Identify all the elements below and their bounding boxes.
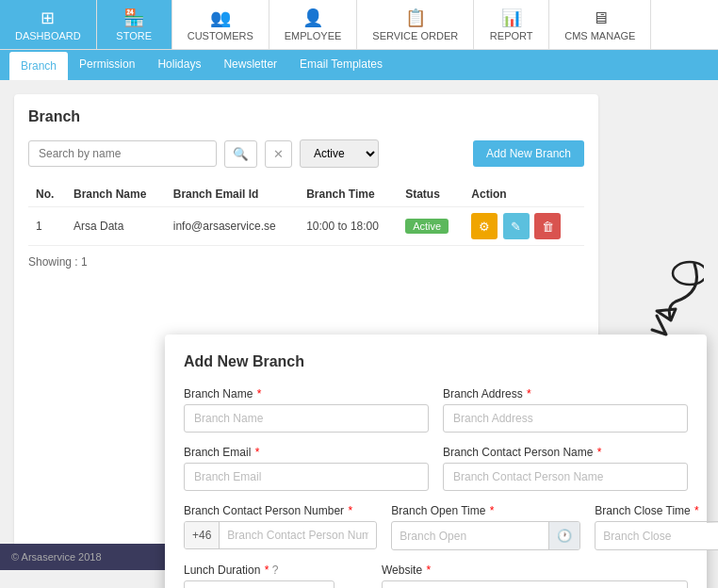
required-star-3: * xyxy=(255,446,260,459)
form-group-open-time: Branch Open Time * 🕐 xyxy=(391,504,580,550)
service-order-icon: 📋 xyxy=(405,8,426,28)
copyright-bar: © Arsaservice 2018 xyxy=(0,544,165,570)
required-star: * xyxy=(257,387,262,400)
nav-item-employee[interactable]: 👤 EMPLOYEE xyxy=(269,0,358,49)
input-close-time[interactable] xyxy=(596,523,718,549)
input-website[interactable] xyxy=(382,580,688,588)
row-time: 10:00 to 18:00 xyxy=(299,207,398,246)
top-nav: ⊞ DASHBOARD 🏪 STORE 👥 CUSTOMERS 👤 EMPLOY… xyxy=(0,0,718,50)
form-row-1: Branch Name * Branch Address * xyxy=(184,387,688,433)
label-close-time: Branch Close Time * xyxy=(595,504,718,517)
main-area: Branch 🔍 ✕ Active Inactive Add New Branc… xyxy=(0,80,718,570)
form-group-lunch-duration: Lunch Duration * ? 🕐 xyxy=(184,564,367,588)
clock-icon-open[interactable]: 🕐 xyxy=(548,522,579,549)
form-group-website: Website * xyxy=(382,564,688,588)
phone-prefix: +46 xyxy=(185,522,220,548)
required-star-2: * xyxy=(527,387,531,400)
search-bar: 🔍 ✕ Active Inactive Add New Branch xyxy=(28,139,584,168)
form-row-2: Branch Email * Branch Contact Person Nam… xyxy=(184,446,688,491)
row-status: Active xyxy=(398,207,464,246)
label-open-time: Branch Open Time * xyxy=(391,504,580,517)
col-action: Action xyxy=(464,182,584,207)
form-group-contact-name: Branch Contact Person Name * xyxy=(443,446,688,491)
open-time-input-group: 🕐 xyxy=(391,521,580,550)
action-delete-button[interactable]: 🗑 xyxy=(534,213,561,239)
status-badge: Active xyxy=(405,219,449,234)
form-group-contact-number: Branch Contact Person Number * +46 xyxy=(184,504,377,550)
label-contact-number: Branch Contact Person Number * xyxy=(184,504,377,517)
showing-text: Showing : 1 xyxy=(28,255,584,269)
customers-icon: 👥 xyxy=(210,8,231,28)
modal-title: Add New Branch xyxy=(184,353,688,370)
sub-nav: Branch Permission Holidays Newsletter Em… xyxy=(0,50,718,80)
help-icon: ? xyxy=(272,564,279,577)
duration-input-group: 🕐 xyxy=(184,580,335,588)
col-no: No. xyxy=(28,182,66,207)
clear-button[interactable]: ✕ xyxy=(265,140,292,168)
required-star-6: * xyxy=(490,504,495,517)
add-branch-modal: Add New Branch Branch Name * Branch Addr… xyxy=(165,335,707,588)
input-branch-email[interactable] xyxy=(184,463,429,491)
col-status: Status xyxy=(398,182,464,207)
nav-label-report: REPORT xyxy=(490,30,533,41)
row-email: info@arsaservice.se xyxy=(166,207,299,246)
nav-label-customers: CUSTOMERS xyxy=(188,30,253,41)
required-star-9: * xyxy=(426,564,431,577)
subnav-email-templates[interactable]: Email Templates xyxy=(288,50,394,80)
input-contact-name[interactable] xyxy=(443,463,688,491)
input-lunch-duration[interactable] xyxy=(185,582,335,589)
nav-label-cms: CMS MANAGE xyxy=(564,30,635,41)
form-group-branch-address: Branch Address * xyxy=(443,387,688,433)
row-action: ⚙ ✎ 🗑 xyxy=(464,207,584,246)
table-row: 1 Arsa Data info@arsaservice.se 10:00 to… xyxy=(28,207,584,246)
nav-item-customers[interactable]: 👥 CUSTOMERS xyxy=(172,0,269,49)
col-email: Branch Email Id xyxy=(166,182,299,207)
status-select[interactable]: Active Inactive xyxy=(300,139,379,168)
label-branch-name: Branch Name * xyxy=(184,387,429,400)
close-time-input-group: 🕐 xyxy=(595,521,718,550)
add-new-branch-button[interactable]: Add New Branch xyxy=(473,140,584,167)
svg-point-0 xyxy=(673,262,704,285)
nav-item-store[interactable]: 🏪 STORE xyxy=(97,0,172,49)
subnav-holidays[interactable]: Holidays xyxy=(146,50,212,80)
subnav-newsletter[interactable]: Newsletter xyxy=(212,50,288,80)
required-star-8: * xyxy=(265,564,269,577)
nav-label-service-order: SERVICE ORDER xyxy=(372,30,458,41)
input-branch-name[interactable] xyxy=(184,404,429,433)
nav-item-dashboard[interactable]: ⊞ DASHBOARD xyxy=(0,0,97,49)
panel-title: Branch xyxy=(28,108,584,125)
required-star-7: * xyxy=(694,504,699,517)
subnav-branch[interactable]: Branch xyxy=(9,52,68,80)
input-contact-number[interactable] xyxy=(220,522,376,548)
action-view-button[interactable]: ⚙ xyxy=(471,213,498,239)
branch-table: No. Branch Name Branch Email Id Branch T… xyxy=(28,182,584,246)
store-icon: 🏪 xyxy=(123,8,144,28)
report-icon: 📊 xyxy=(501,8,522,28)
form-group-close-time: Branch Close Time * 🕐 xyxy=(595,504,718,550)
nav-item-cms-manage[interactable]: 🖥 CMS MANAGE xyxy=(549,0,651,49)
action-edit-button[interactable]: ✎ xyxy=(503,213,530,239)
col-name: Branch Name xyxy=(66,182,166,207)
nav-label-dashboard: DASHBOARD xyxy=(15,30,81,41)
subnav-permission[interactable]: Permission xyxy=(68,50,146,80)
employee-icon: 👤 xyxy=(302,8,323,28)
form-row-3: Branch Contact Person Number * +46 Branc… xyxy=(184,504,688,550)
row-name: Arsa Data xyxy=(66,207,166,246)
nav-label-employee: EMPLOYEE xyxy=(285,30,342,41)
label-branch-address: Branch Address * xyxy=(443,387,688,400)
dashboard-icon: ⊞ xyxy=(41,8,55,28)
col-time: Branch Time xyxy=(299,182,398,207)
search-button[interactable]: 🔍 xyxy=(224,140,257,168)
label-branch-email: Branch Email * xyxy=(184,446,429,459)
required-star-4: * xyxy=(597,446,602,459)
form-group-branch-name: Branch Name * xyxy=(184,387,429,433)
search-input[interactable] xyxy=(28,140,217,167)
cms-icon: 🖥 xyxy=(592,8,609,28)
form-row-4: Lunch Duration * ? 🕐 Website * xyxy=(184,564,688,588)
input-branch-address[interactable] xyxy=(443,404,688,433)
nav-item-service-order[interactable]: 📋 SERVICE ORDER xyxy=(357,0,474,49)
input-open-time[interactable] xyxy=(392,523,548,549)
nav-item-report[interactable]: 📊 REPORT xyxy=(474,0,549,49)
required-star-5: * xyxy=(348,504,352,517)
nav-label-store: STORE xyxy=(116,30,152,41)
